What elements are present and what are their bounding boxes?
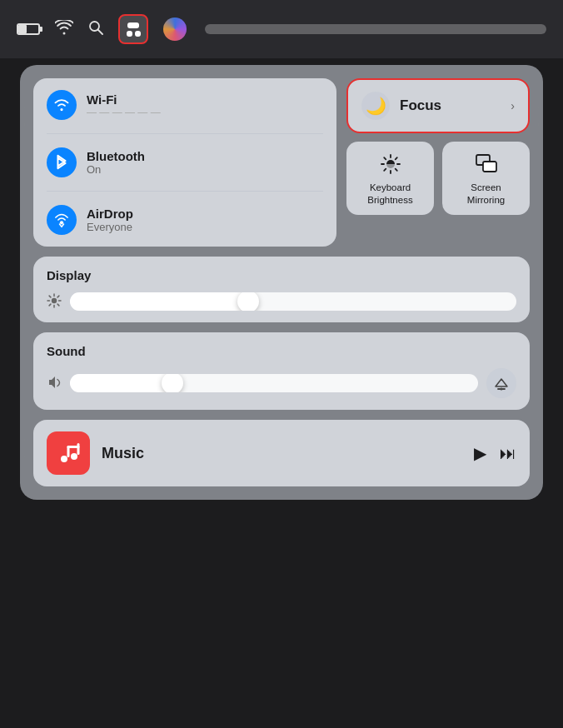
music-app-icon <box>47 431 90 475</box>
screen-mirroring-tile[interactable]: Screen Mirroring <box>442 142 530 215</box>
brightness-low-icon <box>47 293 62 311</box>
svg-line-20 <box>57 296 59 297</box>
svg-point-22 <box>501 388 503 391</box>
svg-line-8 <box>395 169 396 171</box>
svg-point-23 <box>61 456 67 462</box>
right-column: 🌙 Focus › <box>346 78 530 247</box>
airdrop-item[interactable]: AirDrop Everyone <box>47 205 323 235</box>
airdrop-status: Everyone <box>87 221 133 233</box>
bluetooth-icon <box>47 147 77 177</box>
focus-tile[interactable]: 🌙 Focus › <box>346 78 530 133</box>
svg-line-1 <box>98 29 103 34</box>
svg-line-9 <box>395 157 396 159</box>
control-center-menubar-icon[interactable] <box>118 14 148 44</box>
focus-label: Focus <box>400 97 501 114</box>
music-ff-button[interactable]: ⏭ <box>500 444 516 463</box>
display-tile: Display <box>33 257 530 322</box>
sound-slider-track[interactable] <box>70 374 478 392</box>
svg-line-18 <box>49 296 51 297</box>
net-sep-1 <box>47 133 323 134</box>
wifi-ssid: — — — — — — <box>87 107 161 118</box>
screen-mirroring-label: Screen Mirroring <box>467 182 505 207</box>
keyboard-brightness-tile[interactable]: Keyboard Brightness <box>346 142 434 215</box>
airplay-button[interactable] <box>486 368 516 398</box>
bluetooth-name: Bluetooth <box>87 149 145 163</box>
svg-line-19 <box>57 304 59 306</box>
top-row: Wi-Fi — — — — — — Bluetooth On <box>33 78 530 247</box>
net-sep-2 <box>47 191 323 192</box>
airdrop-label: AirDrop Everyone <box>87 207 133 233</box>
svg-point-13 <box>52 297 57 302</box>
small-tiles-row: Keyboard Brightness Screen Mir <box>346 142 530 215</box>
bluetooth-label: Bluetooth On <box>87 149 145 176</box>
menu-bar-app-name <box>205 24 546 34</box>
svg-line-10 <box>384 169 386 171</box>
wifi-item[interactable]: Wi-Fi — — — — — — <box>47 90 323 120</box>
svg-point-2 <box>60 221 63 224</box>
focus-moon-icon: 🌙 <box>361 92 390 120</box>
airdrop-name: AirDrop <box>87 207 133 221</box>
siri-menubar-icon[interactable] <box>163 17 187 41</box>
keyboard-brightness-icon <box>379 152 402 177</box>
svg-line-7 <box>384 157 386 159</box>
display-title: Display <box>47 268 516 282</box>
cc-icon-shape <box>127 22 141 37</box>
wifi-name: Wi-Fi <box>87 92 161 107</box>
control-center-panel: Wi-Fi — — — — — — Bluetooth On <box>20 65 543 500</box>
menu-bar <box>0 0 563 58</box>
music-controls: ▶ ⏭ <box>474 443 516 463</box>
focus-chevron-icon: › <box>511 99 515 112</box>
music-tile: Music ▶ ⏭ <box>33 420 530 486</box>
network-tile: Wi-Fi — — — — — — Bluetooth On <box>33 78 336 247</box>
display-slider-row <box>47 292 516 311</box>
display-slider-thumb[interactable] <box>237 292 259 311</box>
keyboard-brightness-label: Keyboard Brightness <box>367 182 412 207</box>
bluetooth-item[interactable]: Bluetooth On <box>47 147 323 177</box>
svg-rect-26 <box>77 443 80 455</box>
wifi-menubar-icon[interactable] <box>55 20 73 39</box>
sound-title: Sound <box>47 344 516 358</box>
sound-slider-fill <box>70 374 172 392</box>
music-app-name: Music <box>102 445 462 462</box>
wifi-label: Wi-Fi — — — — — — <box>87 92 161 118</box>
volume-low-icon <box>47 375 62 392</box>
music-play-button[interactable]: ▶ <box>474 443 486 463</box>
screen-mirroring-icon <box>475 152 498 177</box>
sound-slider-row <box>47 368 516 398</box>
svg-line-21 <box>49 304 51 306</box>
svg-rect-12 <box>483 162 496 172</box>
airdrop-icon <box>47 205 77 235</box>
svg-point-24 <box>71 453 77 460</box>
sound-slider-thumb[interactable] <box>162 374 183 392</box>
battery-icon <box>17 23 40 35</box>
bluetooth-status: On <box>87 163 145 176</box>
search-menubar-icon[interactable] <box>88 20 103 39</box>
svg-rect-27 <box>67 446 80 448</box>
display-slider-fill <box>70 292 248 311</box>
wifi-icon <box>47 90 77 120</box>
display-slider-track[interactable] <box>70 292 516 311</box>
sound-tile: Sound <box>33 332 530 410</box>
